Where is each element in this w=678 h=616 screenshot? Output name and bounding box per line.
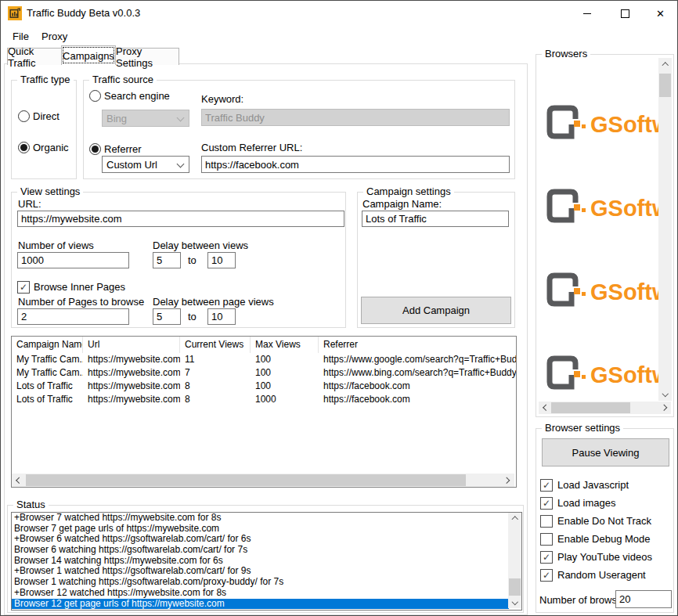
log-line[interactable]: Browser 12 get page urls of https://mywe… <box>12 599 509 610</box>
debug-mode-checkbox[interactable]: ✓ <box>540 533 553 546</box>
scrollbar-thumb[interactable] <box>659 74 671 97</box>
campaign-name-input[interactable] <box>362 211 509 227</box>
browse-inner-pages-label: Browse Inner Pages <box>34 281 125 293</box>
scroll-left-icon[interactable] <box>539 402 551 414</box>
log-line[interactable]: +Browser 1 watched https://gsoftwarelab.… <box>12 566 509 577</box>
campaign-settings-group: Campaign settings Campaign Name: Add Cam… <box>357 192 515 328</box>
column-header-campaign-name[interactable]: Campaign Name <box>12 337 83 353</box>
do-not-track-checkbox[interactable]: ✓ <box>540 515 553 528</box>
column-header-url[interactable]: Url <box>83 337 180 353</box>
column-header-current-views[interactable]: Current Views <box>180 337 251 353</box>
browsers-v-scrollbar[interactable] <box>658 58 672 401</box>
num-pages-label: Number of Pages to browse <box>18 296 144 308</box>
radio-direct-label: Direct <box>33 110 60 122</box>
campaign-settings-legend: Campaign settings <box>363 186 454 197</box>
load-images-checkbox[interactable]: ✓ <box>540 497 553 510</box>
status-group: Status +Browser 7 watched https://mywebs… <box>7 505 524 613</box>
minimize-button[interactable] <box>569 1 604 26</box>
referrer-type-select[interactable]: Custom Url <box>102 156 189 173</box>
menu-file[interactable]: File <box>8 29 34 44</box>
delay-pages-to-input[interactable] <box>207 308 236 325</box>
add-campaign-button[interactable]: Add Campaign <box>361 297 511 324</box>
table-h-scrollbar[interactable] <box>12 474 514 487</box>
log-line[interactable]: +Browser 12 watched https://mywebsite.co… <box>12 588 509 599</box>
load-images-label: Load images <box>557 497 615 509</box>
browser-list-item[interactable]: GSoftw <box>543 102 660 142</box>
browser-list-item[interactable]: GSoftw <box>543 186 660 226</box>
table-row[interactable]: My Traffic Cam... https://mywebsite.com … <box>12 353 516 366</box>
browsers-h-scrollbar[interactable] <box>539 402 671 414</box>
title-bar: Traffic Buddy Beta v0.0.3 ✕ <box>1 1 677 26</box>
gsoftware-logo: GSoftw <box>543 186 660 226</box>
browser-list-item[interactable]: GSoftw <box>543 269 660 310</box>
url-label: URL: <box>18 198 41 210</box>
random-useragent-checkbox[interactable]: ✓ <box>540 569 553 582</box>
table-row[interactable]: Lots of Traffic https://mywebsite.com 8 … <box>12 393 516 406</box>
radio-organic[interactable] <box>18 142 30 153</box>
cell-referrer: https://facebook.com <box>319 380 516 393</box>
load-javascript-checkbox[interactable]: ✓ <box>540 479 553 492</box>
close-button[interactable]: ✕ <box>643 1 678 26</box>
scroll-down-icon[interactable] <box>658 388 672 401</box>
browser-list-item[interactable]: GSoftw <box>543 352 660 393</box>
table-row[interactable]: Lots of Traffic https://mywebsite.com 8 … <box>12 380 516 393</box>
traffic-source-legend: Traffic source <box>89 74 157 85</box>
num-views-input[interactable] <box>17 252 129 268</box>
log-line[interactable]: Browser 14 watching https://mywebsite.co… <box>12 556 509 567</box>
pause-viewing-button[interactable]: Pause Viewing <box>542 438 669 467</box>
scroll-right-icon[interactable] <box>501 474 514 487</box>
scroll-up-icon[interactable] <box>658 58 672 70</box>
scroll-down-icon[interactable] <box>508 596 521 608</box>
delay-views-to-input[interactable] <box>207 252 236 268</box>
num-pages-input[interactable] <box>17 308 129 325</box>
scroll-left-icon[interactable] <box>12 474 25 487</box>
browser-settings-legend: Browser settings <box>542 422 623 434</box>
tab-proxy-settings[interactable]: Proxy Settings <box>115 48 179 65</box>
cell-max-views: 100 <box>251 380 319 393</box>
traffic-type-group: Traffic type Direct Organic <box>11 80 77 179</box>
cell-current-views: 8 <box>180 380 251 393</box>
tab-quick-traffic[interactable]: Quick Traffic <box>7 48 62 65</box>
chevron-down-icon <box>177 113 185 121</box>
radio-direct[interactable] <box>18 110 30 122</box>
campaign-table-header: Campaign Name Url Current Views Max View… <box>12 337 516 353</box>
menu-proxy[interactable]: Proxy <box>37 29 72 44</box>
num-browsers-input[interactable] <box>615 590 672 608</box>
scroll-up-icon[interactable] <box>508 513 521 524</box>
scrollbar-thumb[interactable] <box>509 578 521 596</box>
scroll-right-icon[interactable] <box>658 402 671 414</box>
browser-settings-group: Browser settings Pause Viewing ✓ Load Ja… <box>536 428 674 613</box>
status-v-scrollbar[interactable] <box>508 513 521 608</box>
url-input[interactable] <box>17 211 344 227</box>
cell-max-views: 100 <box>251 366 319 380</box>
radio-referrer[interactable] <box>89 143 101 155</box>
scrollbar-thumb[interactable] <box>551 402 630 413</box>
app-icon <box>8 6 22 20</box>
cell-campaign-name: My Traffic Cam... <box>12 353 83 366</box>
log-line[interactable]: +Browser 6 watched https://gsoftwarelab.… <box>12 534 509 545</box>
checkmark-icon: ✓ <box>20 283 27 292</box>
log-line[interactable]: Browser 7 get page urls of https://myweb… <box>12 524 509 535</box>
app-window: Traffic Buddy Beta v0.0.3 ✕ File Proxy Q… <box>0 0 678 616</box>
column-header-max-views[interactable]: Max Views <box>251 337 319 353</box>
tab-campaigns[interactable]: Campaigns <box>61 45 116 65</box>
custom-referrer-input[interactable] <box>201 156 510 173</box>
youtube-videos-checkbox[interactable]: ✓ <box>540 551 553 564</box>
browse-inner-pages-checkbox[interactable]: ✓ <box>17 281 30 294</box>
log-line[interactable]: Browser 6 watching https://gsoftwarelab.… <box>12 545 509 556</box>
gsoftware-logo: GSoftw <box>543 352 660 393</box>
cell-referrer: https://www.google.com/search?q=Traffic+… <box>319 353 516 366</box>
radio-search-engine[interactable] <box>89 90 101 102</box>
cell-url: https://mywebsite.com <box>83 366 180 380</box>
cell-max-views: 100 <box>251 353 319 366</box>
log-line[interactable]: +Browser 7 watched https://mywebsite.com… <box>12 513 509 524</box>
maximize-button[interactable] <box>608 1 643 26</box>
log-line[interactable]: Browser 1 watching https://gsoftwarelab.… <box>12 577 509 588</box>
column-header-referrer[interactable]: Referrer <box>319 337 516 353</box>
delay-views-from-input[interactable] <box>153 252 181 268</box>
delay-pages-from-input[interactable] <box>153 308 181 325</box>
table-row[interactable]: My Traffic Cam... https://mywebsite.com … <box>12 366 516 380</box>
scrollbar-thumb[interactable] <box>26 474 466 486</box>
browsers-group: Browsers GSoftw GSoftw GSoftw <box>536 54 674 417</box>
referrer-type-value: Custom Url <box>106 159 157 171</box>
